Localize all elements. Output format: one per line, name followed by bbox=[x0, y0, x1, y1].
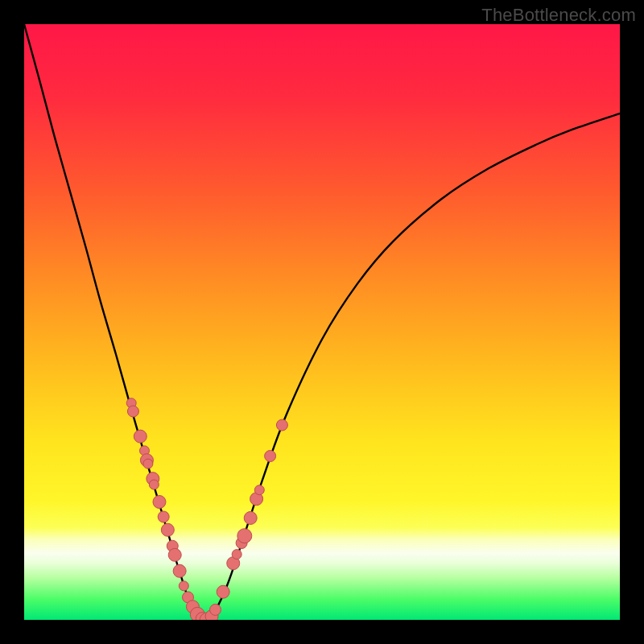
bottleneck-curve bbox=[24, 24, 620, 620]
scatter-dot bbox=[161, 523, 174, 536]
scatter-dot bbox=[179, 581, 188, 591]
scatter-dot bbox=[168, 548, 181, 561]
scatter-dot bbox=[127, 406, 138, 417]
scatter-dot bbox=[276, 419, 287, 431]
scatter-dot bbox=[173, 564, 186, 577]
scatter-dot bbox=[244, 511, 257, 524]
scatter-dot bbox=[217, 585, 229, 598]
scatter-dot bbox=[254, 485, 264, 495]
plot-area bbox=[24, 24, 620, 620]
scatter-dot bbox=[143, 459, 153, 469]
scatter-dot bbox=[210, 604, 221, 615]
scatter-dot bbox=[265, 451, 276, 462]
watermark-text: TheBottleneck.com bbox=[481, 5, 636, 26]
scatter-dot bbox=[149, 480, 159, 489]
scatter-dot bbox=[153, 495, 166, 508]
scatter-dot bbox=[158, 511, 169, 522]
chart-svg bbox=[24, 24, 620, 620]
scatter-dot bbox=[232, 550, 242, 559]
scatter-dot bbox=[237, 529, 252, 543]
chart-frame: TheBottleneck.com bbox=[0, 0, 644, 644]
scatter-dots bbox=[126, 398, 287, 620]
scatter-dot bbox=[134, 430, 147, 443]
